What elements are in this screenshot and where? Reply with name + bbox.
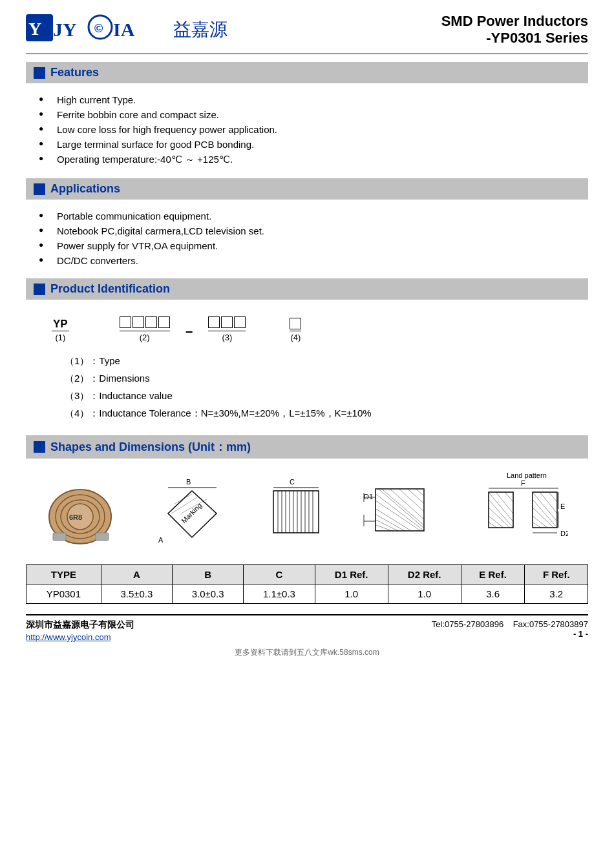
svg-text:Y: Y <box>28 19 41 39</box>
product-id-blue-square <box>34 284 45 295</box>
cell-e: 3.6 <box>461 584 525 604</box>
pid-boxes-4 <box>120 316 170 328</box>
list-item: DC/DC converters. <box>39 253 588 268</box>
pid-label-1: (1) <box>55 333 65 342</box>
pid-desc-1: （1）：Type <box>65 355 562 367</box>
coil-diagram: 6R8 <box>47 488 114 548</box>
list-item: Power supply for VTR,OA equipment. <box>39 238 588 253</box>
pid-box <box>290 318 301 329</box>
col-c: C <box>244 565 315 584</box>
pid-box <box>221 316 233 328</box>
svg-text:C: C <box>290 478 295 486</box>
list-item: Large terminal surface for good PCB bond… <box>39 137 588 152</box>
svg-line-63 <box>478 497 510 528</box>
svg-line-45 <box>366 494 421 531</box>
logo-chinese: 益嘉源 <box>173 17 228 42</box>
col-a: A <box>101 565 172 584</box>
list-item: Low core loss for high frequency power a… <box>39 122 588 137</box>
page-header: Y JY © IA 益嘉源 SMD Power Inductors -YP030… <box>26 13 588 54</box>
sub-title: -YP0301 Series <box>441 30 588 46</box>
svg-line-74 <box>522 497 554 528</box>
pid-box <box>234 316 246 328</box>
pid-prefix: YP <box>52 318 69 331</box>
main-title: SMD Power Inductors <box>441 13 588 30</box>
svg-line-77 <box>522 522 533 528</box>
pid-box <box>208 316 220 328</box>
footer-left: 深圳市益嘉源电子有限公司 http://www.yjycoin.com <box>26 619 134 642</box>
svg-text:B: B <box>186 478 191 486</box>
pid-dash: − <box>185 325 193 340</box>
shapes-diagrams: 6R8 B Marking A C <box>26 465 588 558</box>
col-d1: D1 Ref. <box>315 565 388 584</box>
svg-line-44 <box>376 486 427 531</box>
features-title: Features <box>50 66 99 79</box>
cell-a: 3.5±0.3 <box>101 584 172 604</box>
cell-f: 3.2 <box>525 584 588 604</box>
svg-rect-25 <box>273 491 319 533</box>
pid-group-3: (3) <box>208 316 246 342</box>
svg-line-53 <box>405 486 434 515</box>
svg-line-61 <box>482 492 513 528</box>
svg-text:©: © <box>94 22 103 35</box>
pid-group-4: (4) <box>290 318 301 342</box>
shapes-section-header: Shapes and Dimensions (Unit：mm) <box>26 435 588 459</box>
col-f: F Ref. <box>525 565 588 584</box>
product-id-title: Product Identification <box>50 282 170 296</box>
table-row: YP0301 3.5±0.3 3.0±0.3 1.1±0.3 1.0 1.0 3… <box>26 584 588 604</box>
svg-text:Land pattern: Land pattern <box>507 471 547 479</box>
pid-desc-3: （3）：Inductance value <box>65 390 562 402</box>
watermark: 更多资料下载请到五八文库wk.58sms.com <box>26 647 588 658</box>
col-d2: D2 Ref. <box>388 565 461 584</box>
website-link[interactable]: http://www.yjycoin.com <box>26 632 111 642</box>
pid-box <box>158 316 170 328</box>
land-pattern-diagram: Land pattern F <box>474 471 568 548</box>
svg-line-76 <box>518 513 541 528</box>
footer-tel: Tel:0755-27803896 <box>432 619 503 629</box>
svg-line-65 <box>474 513 497 528</box>
svg-line-72 <box>526 492 557 528</box>
pid-label-4: (4) <box>290 333 301 342</box>
svg-text:D1: D1 <box>364 493 373 501</box>
table-header-row: TYPE A B C D1 Ref. D2 Ref. E Ref. F Ref. <box>26 565 588 584</box>
pid-label-3: (3) <box>222 333 232 342</box>
company-name: 深圳市益嘉源电子有限公司 <box>26 619 134 631</box>
svg-text:D2: D2 <box>560 530 568 537</box>
product-id-area: YP (1) (2) − <box>26 306 588 430</box>
list-item: High current Type. <box>39 92 588 107</box>
title-area: SMD Power Inductors -YP0301 Series <box>441 13 588 46</box>
cell-b: 3.0±0.3 <box>173 584 244 604</box>
svg-line-66 <box>478 522 489 528</box>
diamond-diagram: B Marking A <box>155 478 229 548</box>
footer-fax: Fax:0755-27803897 <box>513 619 588 629</box>
list-item: Portable communication equipment. <box>39 209 588 223</box>
pid-desc-2: （2）：Dimensions <box>65 373 562 385</box>
page-number: - 1 - <box>573 629 588 639</box>
pid-box <box>145 316 157 328</box>
svg-rect-42 <box>376 489 424 531</box>
svg-line-80 <box>554 487 565 499</box>
pid-boxes-3 <box>208 316 246 328</box>
svg-line-50 <box>379 486 430 531</box>
svg-rect-41 <box>376 489 424 531</box>
svg-rect-10 <box>53 533 66 541</box>
list-item: Operating temperature:-40℃ ～ +125℃. <box>39 152 588 168</box>
applications-blue-square <box>34 183 45 195</box>
product-id-diagram: YP (1) (2) − <box>52 316 562 342</box>
list-item: Ferrite bobbin core and compact size. <box>39 107 588 122</box>
front-view-diagram: D1 <box>363 475 434 548</box>
col-type: TYPE <box>26 565 101 584</box>
pid-box <box>120 316 131 328</box>
svg-line-62 <box>487 491 518 528</box>
col-b: B <box>173 565 244 584</box>
svg-line-69 <box>510 487 521 499</box>
svg-text:JY: JY <box>53 19 77 40</box>
cell-c: 1.1±0.3 <box>244 584 315 604</box>
page-footer: 深圳市益嘉源电子有限公司 http://www.yjycoin.com Tel:… <box>26 614 588 642</box>
col-e: E Ref. <box>461 565 525 584</box>
list-item: Notebook PC,digital carmera,LCD televisi… <box>39 223 588 238</box>
pid-group-2: (2) <box>120 316 170 342</box>
features-blue-square <box>34 67 45 79</box>
cell-type: YP0301 <box>26 584 101 604</box>
pid-group-1: YP (1) <box>52 318 69 342</box>
svg-line-67 <box>494 490 521 523</box>
